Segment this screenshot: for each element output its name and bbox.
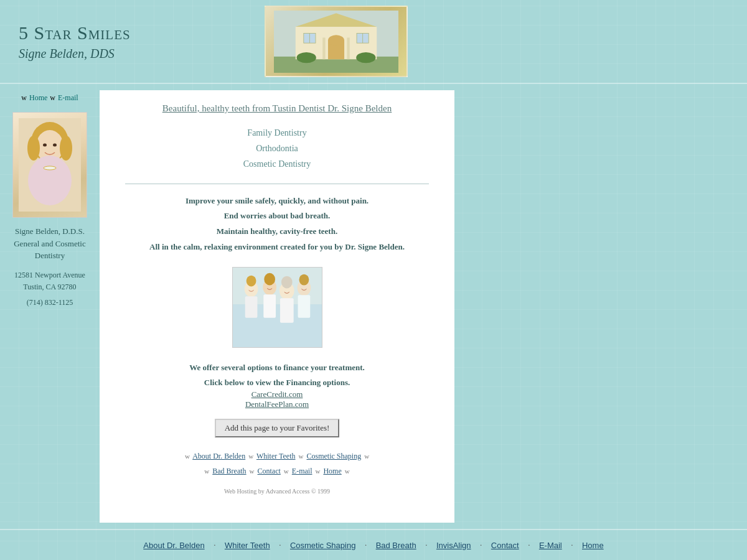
doctor-photo bbox=[12, 112, 87, 218]
footer-credit: Web Hosting by Advanced Access © 1999 bbox=[125, 488, 429, 501]
site-header: 5 Star Smiles Signe Belden, DDS bbox=[0, 0, 747, 84]
staff-photo-container bbox=[125, 267, 429, 348]
sidebar-address: 12581 Newport Avenue Tustin, CA 92780 bbox=[14, 269, 85, 293]
svg-point-27 bbox=[246, 276, 256, 287]
bottom-nav-home[interactable]: Home bbox=[577, 541, 609, 550]
svg-point-20 bbox=[28, 156, 72, 205]
main-layout: w Home w E-mail bbox=[0, 84, 747, 529]
footer-credit-link[interactable]: Web Hosting by Advanced Access © 1999 bbox=[224, 488, 330, 495]
service-family: Family Dentistry bbox=[125, 125, 429, 141]
svg-point-12 bbox=[297, 52, 316, 62]
svg-point-33 bbox=[281, 276, 292, 289]
svg-rect-34 bbox=[280, 299, 293, 323]
bottom-nav-badbreath[interactable]: Bad Breath bbox=[371, 541, 421, 550]
inner-nav-sep-6: w bbox=[284, 467, 289, 475]
divider-1 bbox=[125, 184, 429, 184]
svg-point-22 bbox=[43, 144, 47, 147]
services-list: Family Dentistry Orthodontia Cosmetic De… bbox=[125, 125, 429, 172]
staff-photo bbox=[232, 267, 322, 348]
favorites-button[interactable]: Add this page to your Favorites! bbox=[215, 419, 340, 437]
inner-nav-sep-0: w bbox=[185, 452, 190, 460]
bottom-nav-sep-7: · bbox=[567, 540, 577, 550]
tagline-block: Improve your smile safely, quickly, and … bbox=[125, 194, 429, 255]
financing-block: We offer several options to finance your… bbox=[125, 360, 429, 409]
svg-point-23 bbox=[53, 144, 57, 147]
inner-nav-sep-2: w bbox=[299, 452, 304, 460]
inner-nav-sep-7: w bbox=[315, 467, 320, 475]
inner-nav-whiter[interactable]: Whiter Teeth bbox=[256, 452, 296, 460]
inner-nav-sep-4: w bbox=[204, 467, 209, 475]
carecredit-link[interactable]: CareCredit.com bbox=[125, 390, 429, 399]
doctor-portrait-svg bbox=[19, 118, 81, 212]
bottom-nav-whiter[interactable]: Whiter Teeth bbox=[220, 541, 275, 550]
bottom-nav-invisalign[interactable]: InvisAlign bbox=[431, 541, 476, 550]
building-image bbox=[265, 6, 408, 77]
financing-text-2: Click below to view the Financing option… bbox=[125, 375, 429, 390]
favorites-btn-container: Add this page to your Favorites! bbox=[125, 419, 429, 437]
sidebar-nav: w Home w E-mail bbox=[21, 93, 78, 103]
svg-rect-37 bbox=[298, 296, 310, 318]
inner-nav-sep-8: w bbox=[345, 467, 350, 475]
sidebar-email-link[interactable]: E-mail bbox=[58, 93, 78, 103]
tagline-2: End worries about bad breath. bbox=[125, 208, 429, 224]
inner-nav-home[interactable]: Home bbox=[323, 467, 341, 475]
right-spacer bbox=[454, 84, 747, 529]
svg-rect-31 bbox=[263, 295, 276, 318]
svg-rect-11 bbox=[347, 37, 349, 59]
header-left: 5 Star Smiles Signe Belden, DDS bbox=[0, 10, 218, 73]
header-center bbox=[218, 6, 454, 77]
svg-point-30 bbox=[264, 273, 275, 286]
sidebar-phone: (714) 832-1125 bbox=[27, 298, 73, 307]
inner-nav-about[interactable]: About Dr. Belden bbox=[192, 452, 245, 460]
doctor-name: Signe Belden, D.D.S. General and Cosmeti… bbox=[14, 225, 86, 262]
site-subtitle: Signe Belden, DDS bbox=[19, 47, 199, 61]
svg-point-17 bbox=[27, 136, 40, 161]
svg-rect-10 bbox=[322, 37, 325, 59]
inner-nav-badbreath[interactable]: Bad Breath bbox=[212, 467, 246, 475]
bottom-nav-email[interactable]: E-Mail bbox=[534, 541, 567, 550]
inner-nav: w About Dr. Belden w Whiter Teeth w Cosm… bbox=[125, 449, 429, 478]
financing-text-1: We offer several options to finance your… bbox=[125, 360, 429, 375]
svg-rect-28 bbox=[245, 297, 257, 319]
bottom-nav-contact[interactable]: Contact bbox=[486, 541, 524, 550]
inner-nav-cosmetic[interactable]: Cosmetic Shaping bbox=[306, 452, 361, 460]
svg-point-18 bbox=[60, 136, 72, 161]
sidebar-sep-2: w bbox=[50, 93, 55, 103]
inner-nav-sep-3: w bbox=[364, 452, 369, 460]
svg-point-13 bbox=[356, 52, 375, 62]
bottom-nav-cosmetic[interactable]: Cosmetic Shaping bbox=[285, 541, 361, 550]
content-headline: Beautiful, healthy teeth from Tustin Den… bbox=[125, 103, 429, 114]
headline-link[interactable]: Beautiful, healthy teeth from Tustin Den… bbox=[162, 103, 392, 113]
inner-nav-contact[interactable]: Contact bbox=[258, 467, 281, 475]
tagline-1: Improve your smile safely, quickly, and … bbox=[125, 194, 429, 209]
service-ortho: Orthodontia bbox=[125, 141, 429, 156]
bottom-nav-sep-2: · bbox=[275, 540, 285, 550]
sidebar-home-link[interactable]: Home bbox=[29, 93, 47, 103]
service-cosmetic: Cosmetic Dentistry bbox=[125, 156, 429, 172]
main-content: Beautiful, healthy teeth from Tustin Den… bbox=[100, 90, 454, 523]
building-svg bbox=[274, 11, 398, 73]
dentalfeeplan-link[interactable]: DentalFeePlan.com bbox=[125, 399, 429, 409]
tagline-3: Maintain healthy, cavity-free teeth. bbox=[125, 224, 429, 240]
bottom-nav-sep-5: · bbox=[476, 540, 486, 550]
inner-nav-sep-1: w bbox=[248, 452, 253, 460]
inner-nav-sep-5: w bbox=[250, 467, 255, 475]
site-title: 5 Star Smiles bbox=[19, 22, 199, 44]
bottom-nav-sep-3: · bbox=[360, 540, 370, 550]
bottom-nav-about[interactable]: About Dr. Belden bbox=[138, 541, 209, 550]
sidebar: w Home w E-mail bbox=[0, 84, 100, 529]
bottom-nav-sep-4: · bbox=[421, 540, 431, 550]
bottom-nav-sep-1: · bbox=[210, 540, 220, 550]
staff-svg bbox=[233, 267, 322, 348]
svg-point-5 bbox=[328, 35, 344, 45]
bottom-nav-sep-6: · bbox=[524, 540, 534, 550]
svg-point-36 bbox=[299, 274, 309, 286]
bottom-nav: About Dr. Belden · Whiter Teeth · Cosmet… bbox=[0, 529, 747, 560]
tagline-4: All in the calm, relaxing environment cr… bbox=[125, 240, 429, 255]
svg-point-21 bbox=[44, 166, 56, 170]
inner-nav-email[interactable]: E-mail bbox=[292, 467, 312, 475]
sidebar-sep-1: w bbox=[21, 93, 27, 103]
